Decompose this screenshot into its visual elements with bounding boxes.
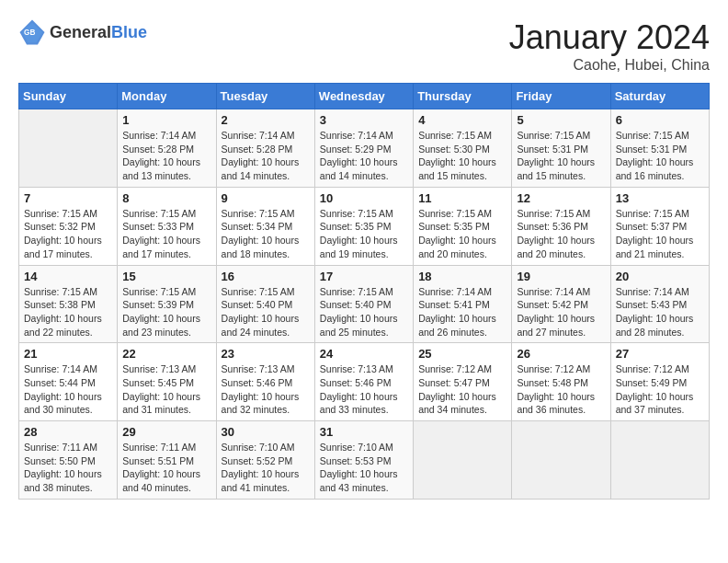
calendar-cell: 1Sunrise: 7:14 AMSunset: 5:28 PMDaylight… (118, 109, 216, 188)
day-number: 9 (222, 191, 310, 205)
cell-content: Sunrise: 7:14 AMSunset: 5:43 PMDaylight:… (616, 285, 704, 339)
calendar-cell: 15Sunrise: 7:15 AMSunset: 5:39 PMDayligh… (118, 265, 216, 343)
day-number: 31 (320, 425, 408, 439)
calendar-cell: 25Sunrise: 7:12 AMSunset: 5:47 PMDayligh… (414, 343, 512, 421)
cell-content: Sunrise: 7:13 AMSunset: 5:45 PMDaylight:… (122, 362, 210, 417)
day-number: 5 (517, 113, 605, 127)
day-number: 1 (122, 113, 210, 127)
calendar-cell: 30Sunrise: 7:10 AMSunset: 5:52 PMDayligh… (216, 421, 314, 500)
calendar-cell: 7Sunrise: 7:15 AMSunset: 5:32 PMDaylight… (19, 187, 118, 265)
calendar-week-row: 14Sunrise: 7:15 AMSunset: 5:38 PMDayligh… (19, 265, 710, 343)
calendar-cell: 6Sunrise: 7:15 AMSunset: 5:31 PMDaylight… (610, 109, 709, 188)
day-number: 23 (222, 347, 310, 361)
calendar-cell: 28Sunrise: 7:11 AMSunset: 5:50 PMDayligh… (19, 421, 118, 500)
cell-content: Sunrise: 7:14 AMSunset: 5:28 PMDaylight:… (122, 129, 210, 183)
logo: GB GeneralBlue (18, 18, 147, 46)
calendar-cell: 18Sunrise: 7:14 AMSunset: 5:41 PMDayligh… (414, 265, 512, 343)
weekday-header-wednesday: Wednesday (314, 84, 413, 109)
day-number: 22 (122, 347, 210, 361)
cell-content: Sunrise: 7:15 AMSunset: 5:33 PMDaylight:… (122, 207, 210, 261)
cell-content: Sunrise: 7:10 AMSunset: 5:52 PMDaylight:… (222, 441, 310, 495)
cell-content: Sunrise: 7:14 AMSunset: 5:28 PMDaylight:… (222, 129, 310, 183)
weekday-header-tuesday: Tuesday (216, 84, 314, 109)
day-number: 28 (24, 425, 112, 439)
day-number: 30 (222, 425, 310, 439)
calendar-cell (414, 421, 512, 500)
calendar-cell: 3Sunrise: 7:14 AMSunset: 5:29 PMDaylight… (314, 109, 413, 188)
location-label: Caohe, Hubei, China (509, 57, 710, 74)
calendar-cell: 12Sunrise: 7:15 AMSunset: 5:36 PMDayligh… (512, 187, 610, 265)
calendar-cell: 24Sunrise: 7:13 AMSunset: 5:46 PMDayligh… (314, 343, 413, 421)
weekday-header-saturday: Saturday (610, 84, 709, 109)
logo-icon: GB (18, 18, 46, 46)
calendar-week-row: 1Sunrise: 7:14 AMSunset: 5:28 PMDaylight… (19, 109, 710, 188)
cell-content: Sunrise: 7:15 AMSunset: 5:35 PMDaylight:… (418, 207, 506, 261)
cell-content: Sunrise: 7:15 AMSunset: 5:31 PMDaylight:… (616, 129, 704, 183)
cell-content: Sunrise: 7:13 AMSunset: 5:46 PMDaylight:… (222, 362, 310, 417)
calendar-cell: 14Sunrise: 7:15 AMSunset: 5:38 PMDayligh… (19, 265, 118, 343)
cell-content: Sunrise: 7:15 AMSunset: 5:31 PMDaylight:… (517, 129, 605, 183)
calendar-cell: 10Sunrise: 7:15 AMSunset: 5:35 PMDayligh… (314, 187, 413, 265)
logo-blue: Blue (111, 23, 147, 41)
day-number: 16 (222, 270, 310, 283)
calendar-cell: 17Sunrise: 7:15 AMSunset: 5:40 PMDayligh… (314, 265, 413, 343)
logo-general: General (50, 23, 111, 41)
day-number: 15 (122, 270, 210, 283)
day-number: 11 (418, 191, 506, 205)
day-number: 25 (418, 347, 506, 361)
calendar-cell: 11Sunrise: 7:15 AMSunset: 5:35 PMDayligh… (414, 187, 512, 265)
cell-content: Sunrise: 7:15 AMSunset: 5:35 PMDaylight:… (320, 207, 408, 261)
cell-content: Sunrise: 7:12 AMSunset: 5:47 PMDaylight:… (418, 362, 506, 417)
day-number: 26 (517, 347, 605, 361)
cell-content: Sunrise: 7:15 AMSunset: 5:36 PMDaylight:… (517, 207, 605, 261)
weekday-header-friday: Friday (512, 84, 610, 109)
day-number: 13 (616, 191, 704, 205)
day-number: 7 (24, 191, 112, 205)
day-number: 12 (517, 191, 605, 205)
calendar-table: SundayMondayTuesdayWednesdayThursdayFrid… (18, 83, 710, 500)
cell-content: Sunrise: 7:12 AMSunset: 5:48 PMDaylight:… (517, 362, 605, 417)
calendar-cell: 29Sunrise: 7:11 AMSunset: 5:51 PMDayligh… (118, 421, 216, 500)
day-number: 27 (616, 347, 704, 361)
cell-content: Sunrise: 7:15 AMSunset: 5:32 PMDaylight:… (24, 207, 112, 261)
calendar-cell: 22Sunrise: 7:13 AMSunset: 5:45 PMDayligh… (118, 343, 216, 421)
calendar-cell: 27Sunrise: 7:12 AMSunset: 5:49 PMDayligh… (610, 343, 709, 421)
calendar-week-row: 28Sunrise: 7:11 AMSunset: 5:50 PMDayligh… (19, 421, 710, 500)
calendar-cell: 20Sunrise: 7:14 AMSunset: 5:43 PMDayligh… (610, 265, 709, 343)
weekday-header-row: SundayMondayTuesdayWednesdayThursdayFrid… (19, 84, 710, 109)
cell-content: Sunrise: 7:11 AMSunset: 5:51 PMDaylight:… (122, 441, 210, 495)
day-number: 24 (320, 347, 408, 361)
cell-content: Sunrise: 7:15 AMSunset: 5:40 PMDaylight:… (222, 285, 310, 339)
calendar-cell: 21Sunrise: 7:14 AMSunset: 5:44 PMDayligh… (19, 343, 118, 421)
day-number: 20 (616, 270, 704, 283)
cell-content: Sunrise: 7:15 AMSunset: 5:37 PMDaylight:… (616, 207, 704, 261)
svg-text:GB: GB (24, 29, 35, 37)
cell-content: Sunrise: 7:15 AMSunset: 5:40 PMDaylight:… (320, 285, 408, 339)
calendar-cell: 31Sunrise: 7:10 AMSunset: 5:53 PMDayligh… (314, 421, 413, 500)
cell-content: Sunrise: 7:15 AMSunset: 5:39 PMDaylight:… (122, 285, 210, 339)
day-number: 17 (320, 270, 408, 283)
cell-content: Sunrise: 7:11 AMSunset: 5:50 PMDaylight:… (24, 441, 112, 495)
calendar-week-row: 21Sunrise: 7:14 AMSunset: 5:44 PMDayligh… (19, 343, 710, 421)
day-number: 10 (320, 191, 408, 205)
calendar-cell: 8Sunrise: 7:15 AMSunset: 5:33 PMDaylight… (118, 187, 216, 265)
calendar-cell: 16Sunrise: 7:15 AMSunset: 5:40 PMDayligh… (216, 265, 314, 343)
page-header: GB GeneralBlue January 2024 Caohe, Hubei… (18, 18, 710, 74)
cell-content: Sunrise: 7:15 AMSunset: 5:30 PMDaylight:… (418, 129, 506, 183)
calendar-cell: 4Sunrise: 7:15 AMSunset: 5:30 PMDaylight… (414, 109, 512, 188)
logo-text: GeneralBlue (50, 23, 147, 42)
day-number: 8 (122, 191, 210, 205)
cell-content: Sunrise: 7:14 AMSunset: 5:44 PMDaylight:… (24, 362, 112, 417)
calendar-cell: 19Sunrise: 7:14 AMSunset: 5:42 PMDayligh… (512, 265, 610, 343)
cell-content: Sunrise: 7:14 AMSunset: 5:29 PMDaylight:… (320, 129, 408, 183)
cell-content: Sunrise: 7:12 AMSunset: 5:49 PMDaylight:… (616, 362, 704, 417)
calendar-cell (512, 421, 610, 500)
title-block: January 2024 Caohe, Hubei, China (509, 18, 710, 74)
cell-content: Sunrise: 7:13 AMSunset: 5:46 PMDaylight:… (320, 362, 408, 417)
calendar-cell: 2Sunrise: 7:14 AMSunset: 5:28 PMDaylight… (216, 109, 314, 188)
day-number: 19 (517, 270, 605, 283)
calendar-cell (610, 421, 709, 500)
day-number: 29 (122, 425, 210, 439)
weekday-header-monday: Monday (118, 84, 216, 109)
calendar-cell: 9Sunrise: 7:15 AMSunset: 5:34 PMDaylight… (216, 187, 314, 265)
